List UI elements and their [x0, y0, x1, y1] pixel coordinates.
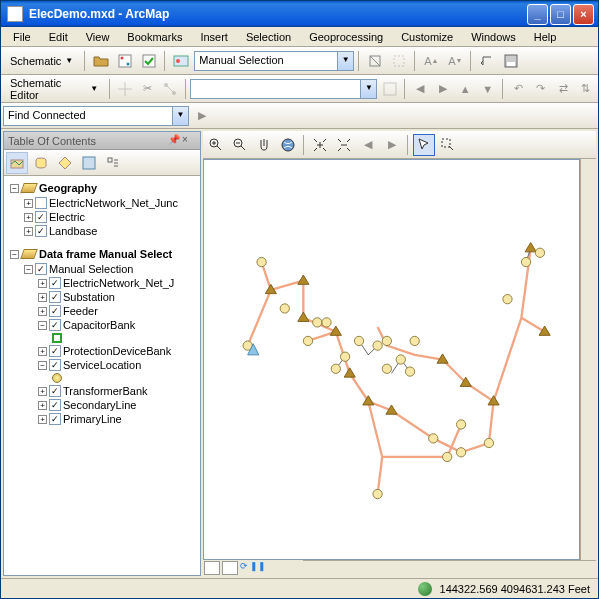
tree-label[interactable]: ElectricNetwork_Net_Junc [49, 197, 178, 209]
menu-selection[interactable]: Selection [238, 29, 299, 45]
tree-layer-protection[interactable]: +✓ProtectionDeviceBank [6, 344, 198, 358]
menu-geoprocessing[interactable]: Geoprocessing [301, 29, 391, 45]
expand-icon[interactable]: + [38, 415, 47, 424]
expand-icon[interactable]: + [38, 387, 47, 396]
horizontal-scrollbar[interactable] [303, 560, 596, 576]
tree-layer-manual[interactable]: −✓Manual Selection [6, 262, 198, 276]
tree-symbol-cap[interactable] [6, 332, 198, 344]
tree-layer-substation[interactable]: +✓Substation [6, 290, 198, 304]
fixed-zoom-in-icon[interactable] [309, 134, 331, 156]
titlebar[interactable]: ElecDemo.mxd - ArcMap _ □ × [1, 1, 598, 27]
expand-icon[interactable]: + [38, 293, 47, 302]
manual-selection-combo[interactable]: Manual Selection▼ [194, 51, 354, 71]
tree-layer-primary[interactable]: +✓PrimaryLine [6, 412, 198, 426]
close-button[interactable]: × [573, 4, 594, 25]
pan-icon[interactable] [253, 134, 275, 156]
data-view-tab[interactable] [204, 561, 220, 575]
combo-button-icon[interactable]: ▼ [337, 52, 353, 70]
expand-icon[interactable]: + [38, 347, 47, 356]
map-canvas[interactable] [203, 159, 580, 560]
expand-icon[interactable]: + [38, 307, 47, 316]
tree-label[interactable]: ElectricNetwork_Net_J [63, 277, 174, 289]
collapse-icon[interactable]: − [10, 184, 19, 193]
tree-label[interactable]: PrimaryLine [63, 413, 122, 425]
menu-insert[interactable]: Insert [192, 29, 236, 45]
tree-symbol-svc[interactable] [6, 372, 198, 384]
tree-label[interactable]: Geography [39, 182, 97, 194]
schematic-editor-dropdown[interactable]: Schematic Editor▼ [3, 74, 105, 104]
refresh-icon[interactable]: ⟳ [240, 561, 248, 575]
checkbox-checked[interactable]: ✓ [49, 413, 61, 425]
full-extent-icon[interactable] [277, 134, 299, 156]
collapse-icon[interactable]: − [38, 321, 47, 330]
tree-layer-service[interactable]: −✓ServiceLocation [6, 358, 198, 372]
tree-label[interactable]: TransformerBank [63, 385, 148, 397]
tree-dataframe-geography[interactable]: −Geography [6, 180, 198, 196]
tree-label[interactable]: Electric [49, 211, 85, 223]
checkbox-checked[interactable]: ✓ [49, 399, 61, 411]
new-diagram-icon[interactable] [114, 50, 136, 72]
tree-label[interactable]: ProtectionDeviceBank [63, 345, 171, 357]
tree-label[interactable]: Substation [63, 291, 115, 303]
checkbox-checked[interactable]: ✓ [49, 291, 61, 303]
menu-customize[interactable]: Customize [393, 29, 461, 45]
tree-label[interactable]: Feeder [63, 305, 98, 317]
pin-icon[interactable]: 📌 [168, 134, 182, 148]
layout-combo[interactable]: ▼ [190, 79, 377, 99]
tree-layer-capacitor[interactable]: −✓CapacitorBank [6, 318, 198, 332]
update-diagram-icon[interactable] [138, 50, 160, 72]
toc-titlebar[interactable]: Table Of Contents 📌 × [4, 132, 200, 150]
zoom-out-icon[interactable] [229, 134, 251, 156]
checkbox-checked[interactable]: ✓ [49, 277, 61, 289]
propagate-icon[interactable] [364, 50, 386, 72]
pause-icon[interactable]: ❚❚ [250, 561, 258, 575]
expand-icon[interactable]: + [24, 227, 33, 236]
checkbox-checked[interactable]: ✓ [49, 319, 61, 331]
tree-label[interactable]: Manual Selection [49, 263, 133, 275]
save-edits-icon[interactable] [500, 50, 522, 72]
expand-icon[interactable]: + [24, 213, 33, 222]
list-by-visibility-icon[interactable] [54, 152, 76, 174]
list-by-selection-icon[interactable] [78, 152, 100, 174]
menu-bookmarks[interactable]: Bookmarks [119, 29, 190, 45]
collapse-icon[interactable]: − [24, 265, 33, 274]
tree-label[interactable]: SecondaryLine [63, 399, 136, 411]
tree-layer-feeder[interactable]: +✓Feeder [6, 304, 198, 318]
menu-help[interactable]: Help [526, 29, 565, 45]
find-connected-combo[interactable]: Find Connected▼ [3, 106, 189, 126]
fixed-zoom-out-icon[interactable] [333, 134, 355, 156]
tree-label[interactable]: CapacitorBank [63, 319, 135, 331]
menu-windows[interactable]: Windows [463, 29, 524, 45]
vertical-scrollbar[interactable] [580, 159, 596, 560]
checkbox-checked[interactable]: ✓ [49, 305, 61, 317]
tree-layer-enet[interactable]: +ElectricNetwork_Net_Junc [6, 196, 198, 210]
tree-layer-transformer[interactable]: +✓TransformerBank [6, 384, 198, 398]
minimize-button[interactable]: _ [527, 4, 548, 25]
expand-icon[interactable]: + [24, 199, 33, 208]
close-icon[interactable]: × [182, 134, 196, 148]
menu-edit[interactable]: Edit [41, 29, 76, 45]
tree-label[interactable]: Data frame Manual Select [39, 248, 172, 260]
expand-icon[interactable]: + [38, 279, 47, 288]
tree-label[interactable]: ServiceLocation [63, 359, 141, 371]
checkbox-checked[interactable]: ✓ [49, 385, 61, 397]
open-schematic-icon[interactable] [90, 50, 112, 72]
checkbox-checked[interactable]: ✓ [49, 359, 61, 371]
select-elements-icon[interactable] [413, 134, 435, 156]
checkbox-checked[interactable]: ✓ [35, 225, 47, 237]
layer-properties-icon[interactable] [170, 50, 192, 72]
menu-view[interactable]: View [78, 29, 118, 45]
combo-button-icon[interactable]: ▼ [360, 80, 376, 98]
menu-file[interactable]: File [5, 29, 39, 45]
tree-layer-enetj[interactable]: +✓ElectricNetwork_Net_J [6, 276, 198, 290]
checkbox-checked[interactable]: ✓ [49, 345, 61, 357]
tree-dataframe-manual[interactable]: −Data frame Manual Select [6, 246, 198, 262]
select-features-icon[interactable] [437, 134, 459, 156]
tree-layer-secondary[interactable]: +✓SecondaryLine [6, 398, 198, 412]
collapse-icon[interactable]: − [10, 250, 19, 259]
tree-layer-electric[interactable]: +✓Electric [6, 210, 198, 224]
tree-label[interactable]: Landbase [49, 225, 97, 237]
expand-icon[interactable]: + [38, 401, 47, 410]
zoom-in-icon[interactable] [205, 134, 227, 156]
combo-button-icon[interactable]: ▼ [172, 107, 188, 125]
